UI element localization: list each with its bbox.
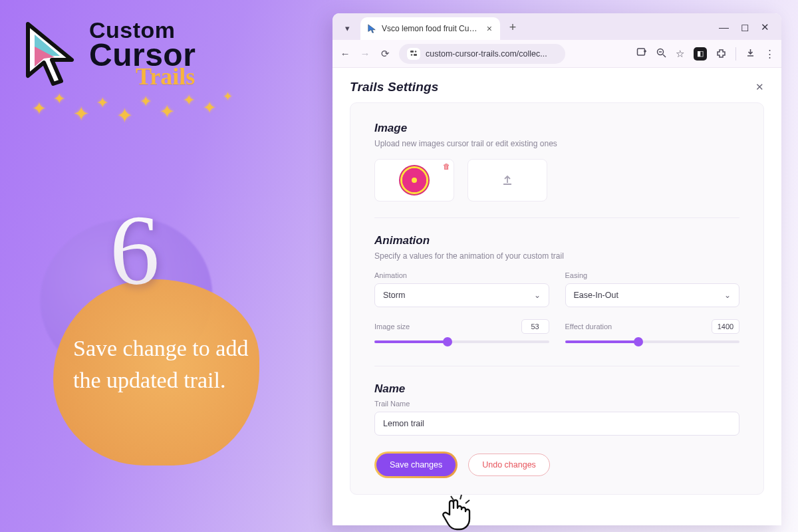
tab-search-button[interactable]: ▾	[338, 19, 356, 37]
svg-rect-5	[414, 54, 417, 56]
svg-point-7	[415, 51, 417, 53]
promo-copy: Save change to add the updated trail.	[73, 332, 279, 396]
site-settings-icon[interactable]	[407, 48, 420, 60]
svg-line-10	[663, 55, 666, 57]
trail-name-input[interactable]: Lemon trail	[374, 412, 739, 436]
back-button[interactable]: ←	[339, 48, 351, 59]
cursor-arrow-icon	[20, 20, 80, 86]
svg-rect-8	[638, 49, 645, 55]
extensions-icon[interactable]	[716, 48, 726, 60]
easing-value: Ease-In-Out	[574, 291, 618, 300]
trail-name-label: Trail Name	[374, 400, 739, 408]
image-size-slider[interactable]	[374, 334, 549, 350]
save-button[interactable]: Save changes	[376, 454, 456, 476]
delete-image-icon[interactable]: 🗑	[443, 162, 450, 170]
favicon-icon	[367, 24, 376, 33]
easing-select[interactable]: Ease-In-Out ⌄	[565, 283, 740, 307]
forward-button[interactable]: →	[359, 48, 371, 59]
image-size-label: Image size	[374, 323, 410, 331]
step-number: 6	[110, 193, 160, 307]
overflow-menu-icon[interactable]: ⋮	[765, 48, 775, 60]
save-button-highlight: Save changes	[374, 452, 458, 478]
close-tab-icon[interactable]: ×	[485, 23, 493, 34]
animation-label: Animation	[374, 271, 549, 279]
effect-duration-label: Effect duration	[565, 323, 612, 331]
bookmark-icon[interactable]: ☆	[676, 48, 684, 60]
install-app-icon[interactable]	[636, 47, 647, 60]
trail-name-value: Lemon trail	[383, 419, 424, 428]
image-sub: Upload new images cursor trail or edit e…	[374, 139, 739, 148]
downloads-icon[interactable]	[745, 48, 755, 60]
browser-window: ▾ Vsco lemon food fruit Custom C × + — ◻…	[332, 13, 781, 525]
sparkle-decor: ✦ ✦ ✦ ✦ ✦ ✦ ✦ ✦ ✦ ✦	[27, 78, 246, 125]
upload-icon	[501, 174, 514, 187]
undo-button[interactable]: Undo changes	[468, 454, 550, 476]
image-heading: Image	[374, 122, 739, 135]
animation-value: Storm	[383, 291, 405, 300]
new-tab-button[interactable]: +	[504, 19, 521, 36]
settings-panel: Image Upload new images cursor trail or …	[350, 102, 764, 495]
extension-badge[interactable]: ◧	[694, 47, 707, 61]
browser-tab[interactable]: Vsco lemon food fruit Custom C ×	[360, 17, 500, 40]
section-animation: Animation Specify a values for the anima…	[374, 234, 739, 350]
trail-image-thumb[interactable]: 🗑	[374, 159, 454, 201]
promo-graphic: 6 Save change to add the updated trail.	[27, 180, 293, 512]
page-title: Trails Settings	[350, 80, 439, 94]
chevron-down-icon: ⌄	[534, 291, 541, 300]
tab-strip: ▾ Vsco lemon food fruit Custom C × + — ◻…	[332, 13, 781, 40]
section-image: Image Upload new images cursor trail or …	[374, 122, 739, 201]
maximize-button[interactable]: ◻	[741, 21, 749, 33]
close-settings-button[interactable]: ✕	[755, 81, 764, 93]
address-bar[interactable]: custom-cursor-trails.com/collec...	[399, 44, 565, 64]
chevron-down-icon: ⌄	[724, 291, 731, 300]
lemon-icon	[399, 165, 430, 196]
svg-rect-4	[410, 51, 414, 53]
animation-heading: Animation	[374, 234, 739, 247]
reload-button[interactable]: ⟳	[379, 48, 391, 60]
effect-duration-slider[interactable]	[565, 334, 740, 350]
animation-select[interactable]: Storm ⌄	[374, 283, 549, 307]
upload-image-button[interactable]	[467, 159, 547, 201]
animation-sub: Specify a values for the animation of yo…	[374, 251, 739, 261]
minimize-button[interactable]: —	[719, 21, 729, 33]
url-text: custom-cursor-trails.com/collec...	[426, 49, 547, 59]
browser-toolbar: ← → ⟳ custom-cursor-trails.com/collec...…	[332, 40, 781, 68]
svg-marker-3	[368, 25, 376, 33]
zoom-out-icon[interactable]	[656, 48, 666, 60]
tab-title: Vsco lemon food fruit Custom C	[382, 24, 480, 33]
name-heading: Name	[374, 382, 739, 396]
easing-label: Easing	[565, 271, 740, 279]
close-window-button[interactable]: ✕	[761, 21, 769, 33]
section-name: Name Trail Name Lemon trail	[374, 382, 739, 436]
svg-point-6	[411, 54, 413, 56]
image-size-value[interactable]: 53	[521, 319, 549, 334]
effect-duration-value[interactable]: 1400	[712, 319, 739, 334]
